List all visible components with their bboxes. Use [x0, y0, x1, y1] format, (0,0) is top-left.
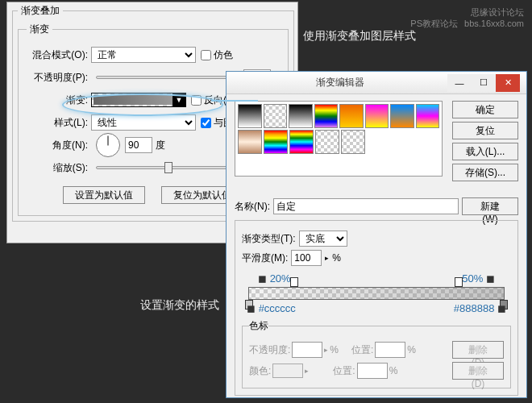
preset-swatch[interactable] — [289, 104, 313, 128]
blend-mode-select[interactable]: 正常 — [91, 47, 196, 63]
preset-swatch[interactable] — [264, 104, 288, 128]
percent-label: % — [332, 252, 341, 264]
preset-swatch[interactable] — [314, 104, 339, 128]
preset-swatch[interactable] — [315, 130, 339, 154]
stop-opacity-label: 不透明度: — [249, 343, 290, 357]
dither-checkbox[interactable] — [201, 50, 211, 60]
reverse-checkbox[interactable] — [191, 95, 202, 106]
set-default-button[interactable]: 设置为默认值 — [63, 186, 145, 204]
opacity-label: 不透明度(P): — [27, 71, 91, 85]
maximize-button[interactable]: ☐ — [472, 74, 496, 92]
connector-line — [211, 100, 258, 102]
stops-title: 色标 — [249, 319, 268, 333]
annotation-set-style: 设置渐变的样式 — [140, 298, 219, 313]
opacity-stop-left: ◼ 20% — [258, 272, 291, 285]
preset-swatch[interactable] — [390, 104, 414, 128]
preset-swatch[interactable] — [365, 104, 389, 128]
inner-title: 渐变 — [27, 23, 52, 36]
annotation-use-style: 使用渐变叠加图层样式 — [303, 29, 416, 44]
preset-swatch[interactable] — [416, 104, 440, 128]
stop-opacity-input — [292, 342, 322, 358]
stop-position-label-2: 位置: — [333, 364, 355, 378]
close-button[interactable]: ✕ — [496, 74, 520, 92]
minimize-button[interactable]: — — [447, 74, 472, 92]
load-button[interactable]: 载入(L)... — [452, 143, 518, 160]
smooth-input[interactable] — [291, 250, 322, 266]
opacity-stop-handle[interactable] — [290, 277, 298, 287]
type-label: 渐变类型(T): — [242, 232, 296, 246]
angle-input[interactable] — [125, 137, 152, 153]
titlebar[interactable]: 渐变编辑器 — ☐ ✕ — [227, 72, 526, 94]
preset-swatch[interactable] — [289, 130, 314, 154]
cancel-button[interactable]: 复位 — [452, 122, 518, 139]
gradient-editor-window: 渐变编辑器 — ☐ ✕ — [226, 71, 527, 398]
scale-label: 缩放(S): — [27, 161, 91, 175]
stop-position-label: 位置: — [351, 343, 373, 357]
opacity-stop-right: 50% ◼ — [462, 272, 495, 285]
angle-dial[interactable] — [96, 133, 120, 157]
titlebar-title: 渐变编辑器 — [233, 76, 447, 89]
angle-label: 角度(N): — [27, 139, 91, 152]
preset-swatch[interactable] — [238, 104, 262, 128]
dropdown-arrow-icon[interactable]: ▼ — [172, 93, 185, 106]
preset-swatch[interactable] — [238, 130, 262, 154]
save-button[interactable]: 存储(S)... — [452, 164, 518, 181]
delete-stop-button: 删除(D) — [452, 341, 504, 359]
watermark: 思缘设计论坛 PS教程论坛bbs.16xx8.com — [410, 6, 524, 30]
dropdown-icon[interactable]: ▸ — [325, 254, 329, 262]
color-stop-left: ◼ #cccccc — [247, 302, 296, 314]
preset-list[interactable] — [235, 101, 443, 177]
stop-position-input-2 — [357, 363, 388, 379]
blend-label: 混合模式(O): — [27, 48, 91, 62]
stop-color-swatch — [272, 364, 303, 378]
gradient-bar[interactable] — [248, 287, 505, 300]
opacity-slider[interactable] — [96, 76, 239, 79]
gradient-label: 渐变: — [27, 93, 91, 107]
preset-swatch[interactable] — [339, 104, 364, 128]
scale-slider[interactable] — [96, 166, 239, 169]
dither-label: 仿色 — [214, 48, 233, 62]
ok-button[interactable]: 确定 — [452, 101, 518, 118]
align-checkbox[interactable] — [201, 118, 211, 128]
name-input[interactable] — [273, 198, 459, 214]
group-title: 渐变叠加 — [18, 4, 63, 18]
smooth-label: 平滑度(M): — [242, 251, 288, 265]
stop-color-label: 颜色: — [249, 364, 271, 378]
preset-swatch[interactable] — [341, 130, 365, 154]
style-select[interactable]: 线性 — [91, 114, 196, 131]
new-button[interactable]: 新建(W) — [462, 197, 518, 215]
preset-swatch[interactable] — [264, 130, 288, 154]
opacity-stop-handle[interactable] — [455, 277, 463, 287]
degree-label: 度 — [156, 139, 165, 152]
name-label: 名称(N): — [235, 200, 270, 214]
gradient-swatch[interactable]: ▼ — [91, 93, 186, 107]
stop-position-input — [375, 342, 405, 358]
color-stop-right: #888888 ◼ — [454, 302, 506, 314]
delete-stop-button-2: 删除(D) — [452, 362, 504, 380]
style-label: 样式(L): — [27, 116, 91, 130]
type-select[interactable]: 实底 — [299, 231, 347, 247]
